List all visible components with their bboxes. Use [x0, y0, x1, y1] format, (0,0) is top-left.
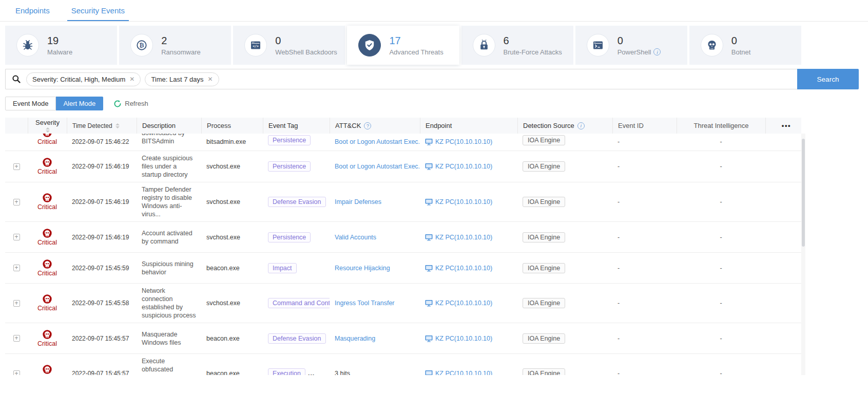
process-name: svchost.exe — [206, 300, 240, 307]
expand-row-button[interactable]: + — [13, 300, 20, 307]
search-input[interactable]: Severity: Critical, High, Medium✕Time: L… — [5, 69, 797, 89]
expand-row-button[interactable]: + — [13, 234, 20, 240]
process-name: svchost.exe — [206, 163, 240, 170]
attack-technique-link[interactable]: Resource Hijacking — [335, 265, 390, 272]
stat-card-advanced-threats[interactable]: 17Advanced Threats — [347, 26, 459, 65]
attack-technique-link[interactable]: Boot or Logon Autostart Exec... — [335, 138, 420, 145]
attack-technique-link[interactable]: Ingress Tool Transfer — [335, 300, 395, 307]
table-row: +Critical2022-09-07 15:45:57Execute obfu… — [5, 354, 801, 375]
tab-endpoints[interactable]: Endpoints — [14, 0, 51, 21]
expand-cell: + — [5, 367, 28, 376]
endpoint-link[interactable]: KZ PC(10.10.10.10) — [435, 234, 492, 241]
mode-button-event-mode[interactable]: Event Mode — [5, 97, 56, 110]
stat-card-powershell[interactable]: 0PowerShelli — [575, 26, 687, 65]
column-label: Process — [207, 122, 231, 129]
process-name: beacon.exe — [206, 370, 240, 375]
endpoint-link[interactable]: KZ PC(10.10.10.10) — [435, 335, 492, 342]
table-row: Critical2022-09-07 15:46:22downloaded by… — [5, 134, 801, 151]
attack-technique-link[interactable]: Impair Defenses — [335, 198, 381, 205]
expand-row-button[interactable]: + — [13, 199, 20, 205]
stat-card-brute-force-attacks[interactable]: 6Brute-Force Attacks — [461, 26, 573, 65]
chip-remove-icon[interactable]: ✕ — [208, 76, 213, 83]
info-icon[interactable]: i — [577, 122, 585, 129]
event-id-value: - — [618, 370, 620, 375]
attack-technique-link[interactable]: Valid Accounts — [335, 234, 376, 241]
info-icon[interactable]: i — [653, 48, 661, 55]
svg-text:</>: </> — [253, 44, 259, 48]
stat-card-label-text: WebShell Backdoors — [275, 48, 337, 56]
monitor-icon — [425, 138, 433, 145]
stat-card-botnet[interactable]: 0Botnet — [689, 26, 801, 65]
expand-row-button[interactable]: + — [13, 335, 20, 342]
expand-cell: + — [5, 196, 28, 209]
stat-card-malware[interactable]: 19Malware — [5, 26, 117, 65]
search-button[interactable]: Search — [797, 69, 859, 89]
table-row: +Critical2022-09-07 15:46:19Tamper Defen… — [5, 182, 801, 222]
attack-technique-link[interactable]: Boot or Logon Autostart Exec... — [335, 163, 420, 170]
threat-intel-cell: - — [677, 296, 765, 310]
endpoint-link[interactable]: KZ PC(10.10.10.10) — [435, 300, 492, 307]
endpoint-link[interactable]: KZ PC(10.10.10.10) — [435, 138, 492, 145]
stat-card-ransomware[interactable]: ₿2Ransomware — [119, 26, 231, 65]
mode-toggle: Event ModeAlert Mode — [5, 97, 103, 110]
stat-card-text: 0PowerShelli — [618, 35, 661, 56]
expand-row-button[interactable]: + — [13, 163, 20, 170]
detection-source-pill: IOA Engine — [523, 135, 565, 145]
threat-intel-value: - — [720, 335, 722, 342]
column-header-time-detected[interactable]: Time Detected — [67, 118, 137, 134]
endpoint-link[interactable]: KZ PC(10.10.10.10) — [435, 198, 492, 205]
help-icon[interactable]: ? — [364, 122, 371, 129]
filter-chip-time[interactable]: Time: Last 7 days✕ — [145, 72, 219, 86]
lock-icon — [473, 34, 495, 57]
severity-label: Critical — [37, 239, 57, 246]
row-actions-cell — [765, 300, 801, 306]
event-tag-cell: Impact — [263, 260, 330, 276]
column-header-att-ck: ATT&CK? — [330, 118, 420, 134]
filter-chip-severity[interactable]: Severity: Critical, High, Medium✕ — [26, 72, 141, 86]
tab-security-events[interactable]: Security Events — [70, 0, 126, 21]
event-id-cell: - — [612, 261, 677, 275]
description-cell: Network connection established by suspic… — [137, 284, 201, 323]
threat-intel-value: - — [720, 163, 722, 170]
sort-icon[interactable] — [115, 123, 120, 128]
stat-card-label: PowerShelli — [618, 48, 661, 56]
process-cell: beacon.exe — [201, 367, 263, 375]
mode-button-alert-mode[interactable]: Alert Mode — [56, 97, 103, 110]
scrollbar-thumb[interactable] — [802, 139, 805, 247]
endpoint-link[interactable]: KZ PC(10.10.10.10) — [435, 370, 492, 375]
endpoint-cell: KZ PC(10.10.10.10) — [420, 261, 517, 275]
critical-skull-badge-icon — [43, 193, 52, 202]
time-detected-value: 2022-09-07 15:46:22 — [72, 138, 129, 145]
refresh-button[interactable]: Refresh — [113, 100, 148, 108]
description-text: Create suspicious files under a startup … — [142, 154, 196, 179]
attack-technique-link[interactable]: Masquerading — [335, 335, 375, 342]
vertical-scrollbar[interactable] — [801, 134, 805, 375]
severity-cell: Critical — [28, 155, 67, 178]
more-tags-icon[interactable]: ... — [308, 370, 315, 375]
event-tag-pill: Execution — [268, 368, 305, 375]
column-settings-menu[interactable]: ••• — [765, 118, 801, 134]
endpoint-link[interactable]: KZ PC(10.10.10.10) — [435, 265, 492, 272]
detection-source-pill: IOA Engine — [523, 298, 565, 308]
table-row: +Critical2022-09-07 15:46:19Account acti… — [5, 222, 801, 253]
search-icon — [12, 74, 21, 84]
attack-cell: Resource Hijacking — [330, 261, 420, 275]
severity-cell: Critical — [28, 327, 67, 350]
chip-remove-icon[interactable]: ✕ — [129, 76, 134, 83]
page-content: 19Malware₿2Ransomware</>0WebShell Backdo… — [0, 22, 868, 375]
expand-row-button[interactable]: + — [13, 265, 20, 271]
expand-row-button[interactable]: + — [13, 370, 20, 376]
critical-skull-badge-icon — [43, 259, 52, 269]
description-text: Tamper Defender registry to disable Wind… — [142, 185, 196, 218]
column-header-severity[interactable]: Severity — [28, 118, 67, 134]
expand-cell: + — [5, 231, 28, 244]
description-text: Masquerade Windows files — [142, 330, 196, 347]
stat-card-label-text: Malware — [47, 48, 72, 56]
event-tag-cell: Command and Control — [263, 295, 330, 311]
critical-skull-badge-icon — [43, 294, 52, 304]
endpoint-link[interactable]: KZ PC(10.10.10.10) — [435, 163, 492, 170]
stat-card-webshell-backdoors[interactable]: </>0WebShell Backdoors — [233, 26, 345, 65]
severity-label: Critical — [37, 168, 57, 175]
sort-icon[interactable] — [46, 127, 50, 133]
column-config-icon[interactable]: ••• — [782, 122, 791, 129]
